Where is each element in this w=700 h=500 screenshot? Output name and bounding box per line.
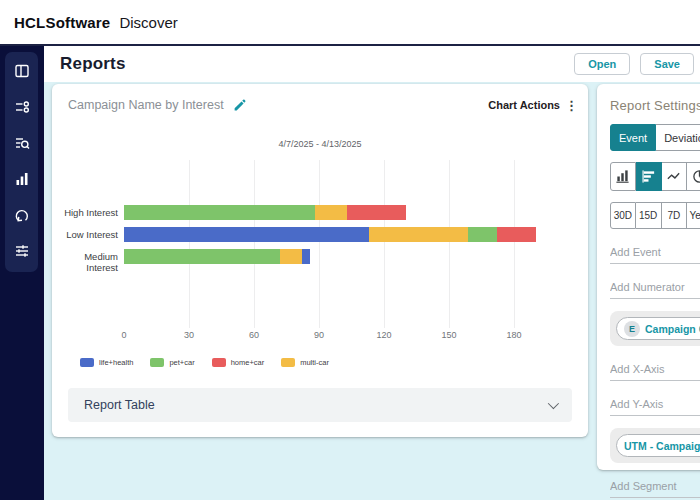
time-range-tabs: 30D 15D 7D Year <box>610 202 700 229</box>
app-header: HCLSoftware Discover <box>0 0 700 46</box>
vertical-bar-chart-icon <box>615 169 630 184</box>
add-y-axis-input[interactable] <box>610 395 700 416</box>
logo-hcl: HCL <box>14 14 45 31</box>
mode-tabs: Event Deviation <box>610 124 700 151</box>
time-range-15d[interactable]: 15D <box>636 202 662 229</box>
numerator-chip[interactable]: E Campaign Count ⋮ <box>616 317 700 340</box>
bar-segment-life+health <box>124 227 369 242</box>
bar-segment-home+car <box>497 227 536 242</box>
dashboard-icon <box>14 63 30 79</box>
reports-icon <box>14 171 30 187</box>
bar-segment-pet+car <box>124 249 280 264</box>
bar-segment-multi-car <box>369 227 469 242</box>
gridline <box>514 160 515 328</box>
sidebar-item-journeys[interactable] <box>9 96 35 118</box>
gridline <box>384 160 385 328</box>
save-button[interactable]: Save <box>640 53 694 75</box>
bar-segment-home+car <box>347 205 406 220</box>
legend-swatch-icon <box>212 358 226 367</box>
tab-deviation[interactable]: Deviation <box>656 124 700 151</box>
legend-item-pet+car[interactable]: pet+car <box>150 358 194 367</box>
chart-type-tabs <box>610 162 700 191</box>
x-axis-tick: 150 <box>441 330 456 340</box>
stacked-bar-row <box>124 205 406 220</box>
chart-legend: life+healthpet+carhome+carmulti-car <box>80 358 329 367</box>
legend-label: pet+car <box>169 358 194 367</box>
gridline <box>254 160 255 328</box>
gridline <box>449 160 450 328</box>
numerator-chip-label: Campaign Count <box>645 323 700 335</box>
add-numerator-input[interactable] <box>610 278 700 299</box>
legend-swatch-icon <box>150 358 164 367</box>
tab-event[interactable]: Event <box>610 124 656 151</box>
y-axis-chip[interactable]: UTM - Campaign ⋮ <box>616 434 700 457</box>
replay-icon <box>14 207 30 223</box>
open-button[interactable]: Open <box>574 53 630 75</box>
y-axis-chip-label: UTM - Campaign <box>624 440 700 452</box>
category-label: High Interest <box>52 207 118 218</box>
sidebar-item-dashboard[interactable] <box>9 60 35 82</box>
hcl-software-logo: HCLSoftware Discover <box>14 14 178 31</box>
add-segment-input[interactable] <box>610 477 700 498</box>
time-range-7d[interactable]: 7D <box>662 202 688 229</box>
report-table-label: Report Table <box>84 398 155 412</box>
horizontal-bar-chart-icon <box>641 169 656 184</box>
search-list-icon <box>14 135 30 151</box>
gridline <box>319 160 320 328</box>
chart-type-vertical-bar-button[interactable] <box>610 162 636 191</box>
bar-segment-multi-car <box>315 205 348 220</box>
logo-software: Software <box>45 14 110 31</box>
bar-segment-pet+car <box>124 205 315 220</box>
x-axis-tick: 180 <box>506 330 521 340</box>
legend-label: life+health <box>99 358 133 367</box>
stacked-bar-row <box>124 249 310 264</box>
bar-segment-pet+car <box>468 227 496 242</box>
panel-title: Report Settings <box>610 98 700 113</box>
sidebar-rail <box>5 52 38 272</box>
y-axis-chip-container: UTM - Campaign ⋮ <box>610 428 700 463</box>
journeys-icon <box>14 99 30 115</box>
sidebar-item-replay[interactable] <box>9 204 35 226</box>
category-label: Medium Interest <box>52 251 118 273</box>
report-table-section[interactable]: Report Table <box>68 388 572 422</box>
add-x-axis-input[interactable] <box>610 360 700 381</box>
reports-toolbar: Reports Open Save <box>44 46 700 82</box>
numerator-chip-container: E Campaign Count ⋮ <box>610 311 700 346</box>
stacked-bar-row <box>124 227 536 242</box>
chart-type-more-button[interactable] <box>687 162 700 191</box>
pie-chart-icon <box>692 169 700 184</box>
stacked-bar-chart: 0306090120150180High InterestLow Interes… <box>52 84 588 437</box>
legend-swatch-icon <box>80 358 94 367</box>
x-axis-tick: 120 <box>376 330 391 340</box>
add-event-input[interactable] <box>610 243 700 264</box>
x-axis-tick: 60 <box>249 330 259 340</box>
legend-swatch-icon <box>281 358 295 367</box>
sidebar-item-tune[interactable] <box>9 240 35 262</box>
legend-item-multi-car[interactable]: multi-car <box>281 358 329 367</box>
left-sidebar <box>0 46 44 500</box>
sidebar-item-reports[interactable] <box>9 168 35 190</box>
x-axis-tick: 90 <box>314 330 324 340</box>
legend-label: home+car <box>231 358 265 367</box>
legend-item-life+health[interactable]: life+health <box>80 358 133 367</box>
x-axis-tick: 30 <box>184 330 194 340</box>
sidebar-item-search[interactable] <box>9 132 35 154</box>
chart-card: Campaign Name by Interest Chart Actions … <box>52 84 588 437</box>
report-settings-panel: Report Settings Event Deviation 30D <box>597 84 700 470</box>
page-title: Reports <box>60 54 126 74</box>
logo-product: Discover <box>119 14 177 31</box>
time-range-30d[interactable]: 30D <box>610 202 636 229</box>
chevron-down-icon <box>548 398 559 409</box>
gridline <box>189 160 190 328</box>
chart-type-line-button[interactable] <box>662 162 688 191</box>
category-label: Low Interest <box>52 229 118 240</box>
chart-type-horizontal-bar-button[interactable] <box>636 162 662 191</box>
line-chart-icon <box>666 169 681 184</box>
legend-label: multi-car <box>300 358 329 367</box>
bar-segment-life+health <box>302 249 311 264</box>
legend-item-home+car[interactable]: home+car <box>212 358 265 367</box>
x-axis-tick: 0 <box>121 330 126 340</box>
event-badge: E <box>624 321 640 337</box>
time-range-year[interactable]: Year <box>687 202 700 229</box>
bar-segment-multi-car <box>280 249 302 264</box>
